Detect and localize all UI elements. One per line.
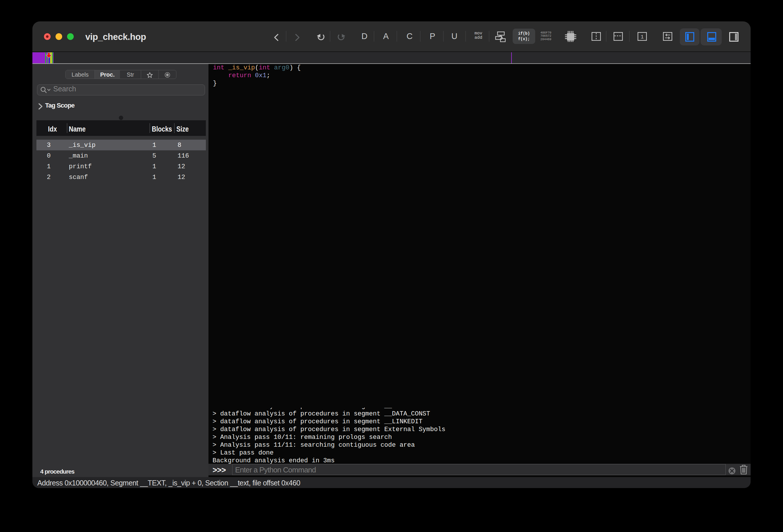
svg-text:1: 1 (641, 34, 644, 40)
